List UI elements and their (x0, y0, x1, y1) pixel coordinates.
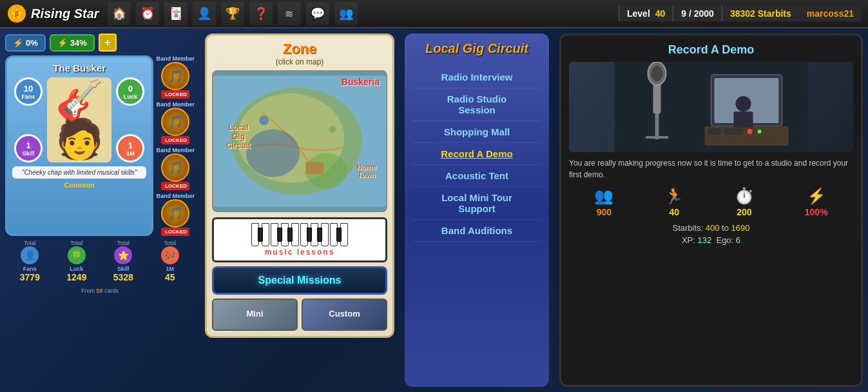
busker-figure: 🎸🧑 (55, 81, 104, 159)
clock-icon: 🏃 (664, 187, 684, 205)
battery-icon: ⚡ (805, 187, 828, 205)
gig-radio-interview[interactable]: Radio Interview (412, 66, 541, 88)
zone-panel: Zone (click on map) (200, 28, 400, 392)
music-lessons-button[interactable]: music lessons (212, 217, 387, 262)
energy-value: 0% (26, 38, 38, 48)
mini-button[interactable]: Mini (212, 299, 298, 331)
starbits-to: 1690 (731, 223, 750, 233)
band-members-column: Band Member 🎵 LOCKED Band Member 🎵 LOCKE… (156, 55, 195, 236)
band-icon-2[interactable]: 🎵 (161, 108, 189, 136)
skill-value: 1 (26, 141, 30, 150)
piano-key-b2 (277, 228, 282, 242)
xp-ego: XP: 132 Ego: 6 (569, 235, 853, 245)
svg-point-8 (259, 115, 269, 125)
band-slot-4: Band Member 🎵 LOCKED (156, 193, 195, 236)
total-fans-label: Total (8, 240, 52, 246)
piano-key-b3 (287, 228, 293, 242)
card-image-area: 🎸🧑 (47, 77, 111, 162)
trophy-nav-icon[interactable]: 🏆 (221, 2, 244, 25)
band-slot-1: Band Member 🎵 LOCKED (156, 55, 195, 99)
level-value: 40 (655, 8, 666, 19)
fans-value: 10 (24, 84, 33, 93)
profile-nav-icon[interactable]: 👤 (193, 2, 216, 25)
energy-button[interactable]: ⚡ 0% (5, 34, 46, 52)
help-nav-icon[interactable]: ❓ (249, 2, 273, 25)
demo-stat-2-value: 40 (669, 207, 679, 217)
fans-stat: 10 Fans (14, 77, 43, 106)
studio-svg (569, 62, 853, 152)
gig-radio-studio[interactable]: Radio StudioSession (412, 88, 541, 121)
skill-label: Skill (23, 150, 35, 157)
svg-rect-21 (708, 128, 721, 135)
band-slot-2: Band Member 🎵 LOCKED (156, 101, 195, 144)
band-icon-1[interactable]: 🎵 (161, 62, 189, 90)
bottom-zone-row: Mini Custom (212, 299, 387, 331)
band-icon-4[interactable]: 🎵 (161, 199, 189, 228)
svg-rect-22 (724, 128, 744, 135)
starbits-display: 38302 Starbits (722, 6, 799, 21)
total-fans-value: 3779 (8, 272, 52, 282)
gig-record-demo[interactable]: Record A Demo (412, 143, 541, 165)
zone-title: Zone (212, 41, 387, 57)
discord-nav-icon[interactable]: 💬 (306, 2, 329, 25)
username-display: marcoss21 (799, 6, 862, 21)
total-fans-box: Total 👤 Fans 3779 (8, 240, 52, 282)
demo-stat-battery: ⚡ 100% (805, 187, 828, 218)
total-skill-box: Total ⭐ Skill 5328 (101, 240, 146, 282)
zone-map[interactable]: Buskeria LocalGigCircuit HomeTown (212, 70, 387, 212)
total-im-box: Total 🎶 1M 45 (148, 240, 193, 282)
custom-button[interactable]: Custom (302, 299, 387, 331)
demo-title: Record A Demo (569, 43, 853, 57)
locked-3[interactable]: LOCKED (161, 182, 189, 190)
status-bar: ⚡ 0% ⚡ 34% + (5, 34, 195, 52)
logo-title: Rising Star (31, 6, 99, 21)
special-missions-button[interactable]: Special Missions (212, 266, 387, 295)
demo-stat-people: 👥 900 (594, 187, 613, 218)
im-value: 1 (128, 141, 133, 150)
band-icon-3[interactable]: 🎵 (161, 153, 189, 182)
ego-value: 6 (736, 235, 740, 245)
demo-studio-image (569, 62, 853, 152)
zone-container: Zone (click on map) (205, 34, 394, 338)
total-fans-sub: Fans (8, 266, 52, 272)
locked-2[interactable]: LOCKED (161, 136, 189, 144)
gig-acoustic-tent[interactable]: Acoustic Tent (412, 165, 541, 187)
total-skill-value: 5328 (101, 272, 146, 282)
gig-band-auditions[interactable]: Band Auditions (412, 220, 541, 242)
piano-key-b4 (307, 228, 312, 242)
luck-value: 0 (128, 84, 133, 93)
card-description: "Cheeky chap with limited musical skills… (12, 166, 146, 179)
clock-nav-icon[interactable]: ⏰ (136, 2, 159, 25)
yellow-button[interactable]: + (99, 34, 117, 52)
gig-container: Local Gig Circuit Radio Interview Radio … (405, 34, 549, 387)
fans-label: Fans (21, 93, 35, 100)
boost-value: 34% (70, 38, 87, 48)
facebook-nav-icon[interactable]: 👥 (334, 2, 358, 25)
level-display: Level 40 (619, 6, 673, 21)
xp-display: 9 / 2000 (673, 6, 722, 21)
band-label-3: Band Member (156, 147, 195, 153)
locked-1[interactable]: LOCKED (161, 90, 189, 99)
skill-stat: 1 Skill (14, 134, 43, 162)
hive-nav-icon[interactable]: ≋ (278, 2, 301, 25)
im-label: 1M (126, 150, 135, 157)
home-nav-icon[interactable]: 🏠 (108, 2, 131, 25)
top-right-stats: Level 40 9 / 2000 38302 Starbits marcoss… (619, 6, 862, 21)
logo-area: β Rising Star (6, 3, 99, 24)
svg-rect-10 (305, 162, 323, 173)
cards-count: 58 (96, 288, 102, 294)
svg-point-25 (736, 96, 751, 112)
bottom-stats: Total 👤 Fans 3779 Total 🍀 Luck 1249 Tota… (5, 240, 195, 282)
gig-shopping-mall[interactable]: Shopping Mall (412, 121, 541, 143)
cards-nav-icon[interactable]: 🃏 (164, 2, 188, 25)
piano-keys (218, 223, 381, 246)
piano-key-b1 (258, 228, 263, 242)
level-label: Level (627, 8, 650, 19)
svg-rect-16 (646, 136, 669, 139)
starbits-range: Starbits: 400 to 1690 (569, 223, 853, 233)
boost-button[interactable]: ⚡ 34% (50, 34, 95, 52)
gig-mini-tour[interactable]: Local Mini TourSupport (412, 187, 541, 220)
left-panel: ⚡ 0% ⚡ 34% + The Busker 10 Fans (0, 28, 200, 392)
locked-4[interactable]: LOCKED (161, 228, 189, 236)
svg-text:β: β (15, 10, 19, 17)
